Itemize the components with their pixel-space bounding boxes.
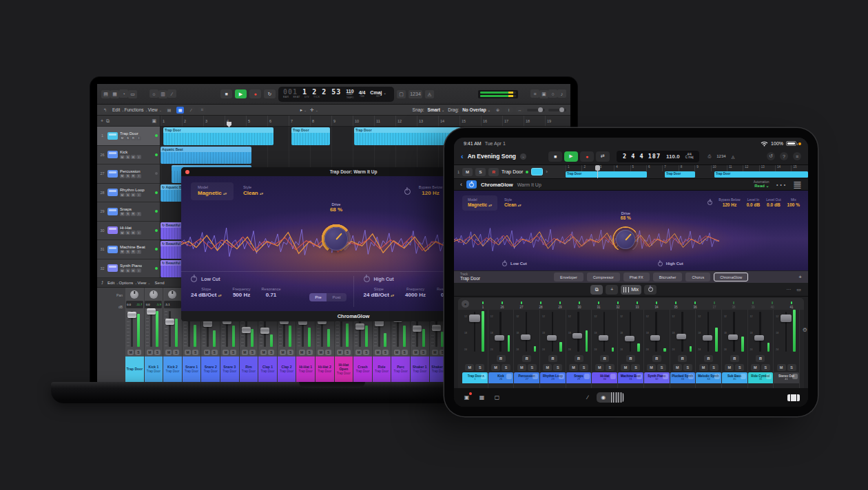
high-cut-power-icon[interactable] — [364, 276, 370, 282]
add-button[interactable]: + — [606, 285, 618, 295]
text-tool-icon[interactable]: I — [505, 107, 513, 114]
mix-control[interactable]: Mix 100 % — [787, 198, 800, 209]
plugin-power-button[interactable] — [466, 180, 477, 189]
fader-handle[interactable] — [728, 334, 738, 340]
solo-button[interactable]: S — [631, 364, 640, 371]
channel-name-label[interactable]: Melodic Synth 34 — [696, 372, 721, 383]
mute-button[interactable]: M — [751, 364, 760, 371]
mute-button[interactable]: M — [120, 174, 125, 178]
mute-button[interactable]: M — [673, 364, 682, 371]
drive-knob[interactable] — [612, 226, 639, 253]
fader[interactable]: 121824 — [670, 310, 696, 354]
solo-button[interactable]: S — [475, 364, 484, 371]
level-out-control[interactable]: Level Out 0.0 dB — [766, 198, 781, 209]
channel-name-label[interactable]: Snaps 29 — [566, 372, 592, 383]
solo-button[interactable]: S — [735, 364, 744, 371]
mute-button[interactable]: M — [165, 350, 172, 355]
blocks-icon[interactable]: ▦ — [477, 393, 486, 402]
solo-button[interactable]: S — [249, 350, 256, 355]
level-readout[interactable]: -5.1 — [164, 301, 181, 308]
mute-button[interactable]: M — [777, 364, 786, 371]
autozoom-icon[interactable]: ↔ — [516, 107, 524, 114]
channel-number[interactable]: 37 — [705, 301, 724, 309]
record-enable-button[interactable]: R — [575, 355, 583, 362]
channel-name-label[interactable]: Kick 26 — [488, 372, 514, 383]
collapse-chevron-icon[interactable]: ∧ — [481, 374, 486, 379]
track-header[interactable]: 1 Trap Door M S R I — [97, 127, 160, 146]
command-tool-menu[interactable]: ✛⌄ — [310, 107, 318, 113]
input-monitor-button[interactable]: I — [136, 193, 141, 197]
mute-button[interactable]: M — [462, 168, 473, 176]
mute-button[interactable]: M — [337, 350, 343, 355]
channel-number[interactable]: 38 — [724, 301, 743, 309]
solo-button[interactable]: S — [125, 212, 130, 216]
channel-name-label[interactable]: Hi-Hat 1Trap Door — [296, 356, 315, 382]
drive-knob[interactable] — [320, 223, 352, 255]
solo-button[interactable]: S — [528, 364, 537, 371]
channel-name-label[interactable]: Trap Door — [125, 356, 144, 382]
region[interactable]: Trap Door — [714, 171, 808, 178]
solo-button[interactable]: S — [683, 364, 692, 371]
fader-handle[interactable] — [676, 334, 686, 339]
fader-handle[interactable] — [599, 335, 608, 341]
record-enable-button[interactable]: R — [756, 355, 765, 362]
low-cut-power-icon[interactable] — [502, 262, 507, 266]
channel-number[interactable]: 40 — [763, 301, 782, 309]
pan-knob[interactable] — [130, 290, 138, 299]
track-header-options-icon[interactable]: ▣ — [152, 118, 156, 124]
solo-button[interactable]: S — [787, 364, 796, 371]
mute-button[interactable]: M — [647, 364, 656, 371]
solo-button[interactable]: S — [761, 364, 770, 371]
record-enable-button[interactable]: R — [488, 168, 499, 176]
record-enable-button[interactable]: R — [600, 355, 609, 362]
mute-button[interactable]: M — [318, 350, 324, 355]
channel-name-label[interactable]: Clap 2Trap Door — [278, 356, 296, 382]
menu-item[interactable]: View⌄ — [148, 107, 162, 112]
channel-name-label[interactable]: Snare 3Trap Door — [220, 356, 239, 382]
channel-name-label[interactable]: Hi-Hat 2Trap Door — [316, 356, 334, 382]
mute-button[interactable]: M — [120, 268, 125, 273]
song-menu-chevron-icon[interactable]: ⌄ — [520, 153, 526, 160]
region[interactable]: Trap Door — [291, 127, 330, 145]
more-icon[interactable]: ≡ — [793, 152, 801, 160]
fader-handle[interactable] — [754, 335, 764, 341]
style-select[interactable]: Style Clean ▴▾ — [243, 185, 263, 198]
channel-number[interactable]: 28 — [531, 301, 550, 309]
regions-view-button[interactable]: ⧉ — [590, 285, 603, 295]
collapse-chevron-icon[interactable] — [533, 374, 538, 379]
record-enable-button[interactable]: R — [704, 355, 713, 362]
level-readout[interactable]: 0.0-5.9 — [145, 301, 162, 308]
mute-button[interactable]: M — [432, 350, 438, 355]
pointer-tool-menu[interactable]: ▸⌄ — [300, 107, 307, 113]
collapse-chevron-icon[interactable] — [663, 374, 668, 379]
low-cut-resonance[interactable]: Resonance 0.71 — [262, 287, 281, 299]
mixer-menu-item[interactable]: Edit⌄ — [107, 281, 119, 285]
high-cut-power-icon[interactable] — [658, 262, 663, 266]
track-header[interactable]: 28 Rhythm Loop M S R I — [97, 184, 160, 203]
mute-button[interactable]: M — [147, 350, 153, 355]
pan-knob[interactable] — [168, 290, 176, 299]
plugin-chip[interactable]: Enveloper — [554, 273, 583, 281]
more-icon[interactable]: ⋯ — [776, 178, 787, 191]
low-cut-slope[interactable]: Slope 24 dB/Oct ▴▾ — [191, 287, 222, 299]
level-in-control[interactable]: Level In 0.0 dB — [747, 198, 761, 209]
input-monitor-button[interactable]: I — [136, 174, 141, 178]
solo-button[interactable]: S — [125, 250, 130, 254]
stop-button[interactable]: ■ — [548, 151, 562, 162]
fader[interactable]: 121824 — [774, 310, 799, 354]
mute-button[interactable]: M — [127, 350, 134, 355]
automation-control[interactable]: Automation Read ⌄ — [754, 180, 769, 189]
collapse-chevron-icon[interactable] — [792, 374, 798, 379]
screenset-icon[interactable]: ▤ — [101, 90, 110, 98]
channel-name-label[interactable]: Stereo Out 41 — [774, 372, 799, 383]
fader-handle[interactable] — [572, 333, 582, 339]
channel-name-label[interactable]: Snare 2Trap Door — [201, 356, 220, 382]
channel-name-label[interactable]: Machine Beat 31 — [618, 372, 643, 383]
channel-number[interactable]: 41 — [782, 301, 801, 309]
fader[interactable]: 121824 — [566, 310, 592, 354]
fader-handle[interactable] — [413, 326, 422, 332]
tuner-icon[interactable]: ▢ — [397, 90, 406, 98]
fader[interactable]: 121824 — [644, 310, 670, 354]
channel-number[interactable]: 1 — [473, 301, 493, 309]
channel-name-label[interactable]: Synth Piano 32 — [644, 372, 670, 383]
